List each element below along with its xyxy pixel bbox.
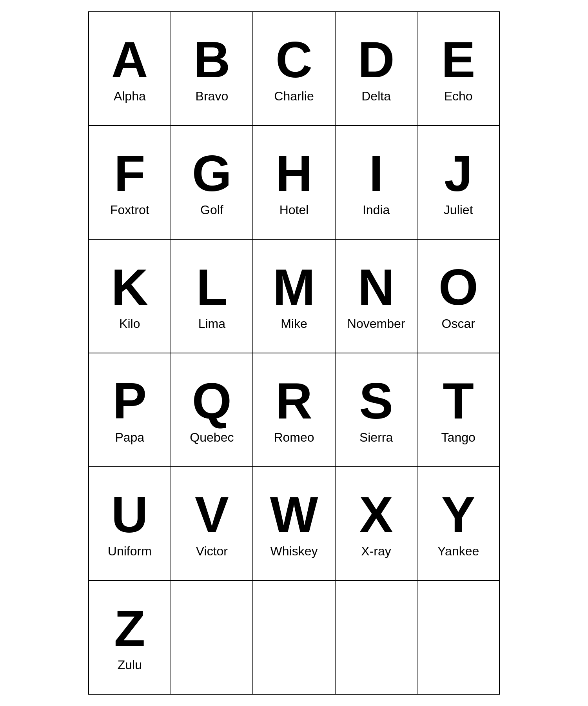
letter-b: B [193,24,230,75]
letter-w: W [270,494,318,545]
grid-cell-d: DDelta [336,1,418,118]
grid-cell-j: JJuliet [417,118,500,236]
letter-c: C [276,24,312,75]
name-s: Sierra [358,431,395,448]
grid-cell-q: QQuebec [171,354,254,471]
name-k: Kilo [118,314,142,330]
letter-m: M [273,259,315,310]
grid-cell-x: XX-ray [336,471,418,589]
letter-h: H [276,141,312,192]
letter-l: L [196,259,227,310]
letter-j: J [444,141,472,192]
name-w: Whiskey [267,549,321,566]
letter-z: Z [114,612,145,663]
name-m: Mike [279,314,309,330]
grid-cell-empty-2 [336,589,418,706]
letter-q: Q [192,377,232,428]
grid-cell-w: WWhiskey [253,471,336,589]
grid-cell-c: CCharlie [253,1,336,118]
name-p: Papa [113,431,146,448]
letter-n: N [358,259,395,310]
grid-cell-r: RRomeo [253,354,336,471]
letter-t: T [443,377,474,428]
grid-cell-p: PPapa [89,354,171,471]
letter-i: I [369,141,383,192]
name-x: X-ray [359,549,393,566]
name-n: November [344,314,409,330]
grid-cell-t: TTango [417,354,500,471]
letter-s: S [359,377,393,428]
name-j: Juliet [442,196,475,213]
letter-e: E [441,24,475,75]
letter-p: P [113,377,147,428]
grid-cell-l: LLima [171,236,254,354]
name-e: Echo [442,78,474,95]
name-z: Zulu [116,667,143,683]
name-i: India [361,196,392,213]
grid-cell-empty-1 [253,589,336,706]
nato-alphabet-grid: AAlphaBBravoCCharlieDDeltaEEchoFFoxtrotG… [88,0,500,706]
grid-cell-m: MMike [253,236,336,354]
letter-k: K [111,259,148,310]
grid-cell-y: YYankee [417,471,500,589]
name-o: Oscar [439,314,477,330]
name-f: Foxtrot [108,196,152,213]
letter-y: Y [441,494,475,545]
grid-cell-e: EEcho [417,1,500,118]
name-a: Alpha [112,78,148,95]
grid-cell-k: KKilo [89,236,171,354]
name-g: Golf [199,196,225,213]
grid-cell-empty-3 [417,589,500,706]
letter-a: A [111,24,148,75]
name-l: Lima [196,314,227,330]
letter-x: X [359,494,393,545]
grid-cell-h: HHotel [253,118,336,236]
grid-cell-empty-0 [171,589,254,706]
name-v: Victor [194,549,230,566]
name-h: Hotel [278,196,310,213]
name-q: Quebec [187,431,236,448]
grid-cell-n: NNovember [336,236,418,354]
letter-r: R [276,377,312,428]
letter-o: O [439,259,478,310]
grid-cell-i: IIndia [336,118,418,236]
name-y: Yankee [435,549,481,566]
letter-d: D [358,24,395,75]
grid-cell-v: VVictor [171,471,254,589]
letter-u: U [111,494,148,545]
grid-cell-g: GGolf [171,118,254,236]
grid-cell-f: FFoxtrot [89,118,171,236]
grid-cell-a: AAlpha [89,1,171,118]
grid-cell-u: UUniform [89,471,171,589]
grid-cell-b: BBravo [171,1,254,118]
grid-cell-z: ZZulu [89,589,171,706]
letter-g: G [192,141,232,192]
name-b: Bravo [193,78,230,95]
name-r: Romeo [271,431,317,448]
name-u: Uniform [105,549,154,566]
grid-cell-s: SSierra [336,354,418,471]
grid-cell-o: OOscar [417,236,500,354]
name-d: Delta [360,78,393,95]
name-c: Charlie [272,78,316,95]
name-t: Tango [439,431,477,448]
letter-v: V [195,494,229,545]
letter-f: F [114,141,145,192]
